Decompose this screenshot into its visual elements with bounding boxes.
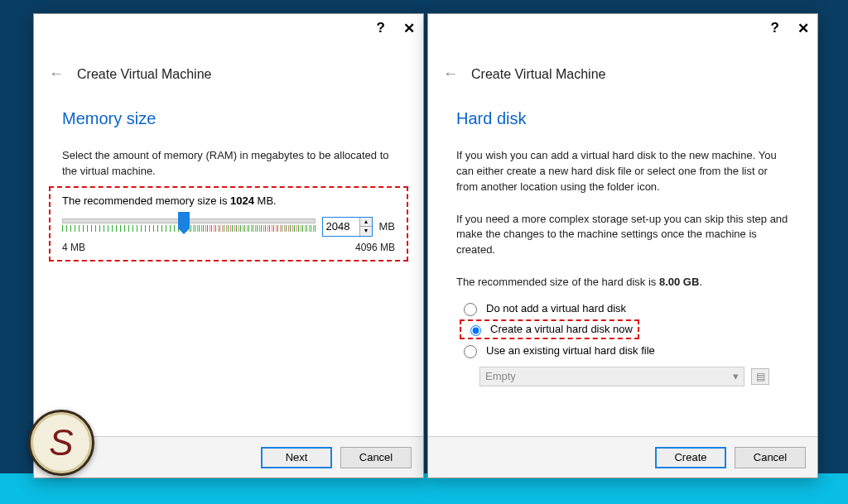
recommended-disk: The recommended size of the hard disk is… [428,262,817,294]
recommended-line: The recommended memory size is 1024 MB. [62,194,395,207]
wizard-title: Create Virtual Machine [471,67,605,82]
wizard-title: Create Virtual Machine [77,67,211,82]
spinner-up-icon[interactable]: ▴ [360,218,372,227]
memory-slider[interactable] [62,215,316,238]
wizard-header: ← Create Virtual Machine [428,42,817,91]
radio-existing-disk-input[interactable] [464,345,477,358]
help-icon[interactable]: ? [771,20,779,36]
close-icon[interactable]: ✕ [403,20,415,37]
memory-unit: MB [379,220,396,233]
para2: If you need a more complex storage set-u… [428,199,817,262]
para1: If you wish you can add a virtual hard d… [428,135,817,199]
close-icon[interactable]: ✕ [797,20,809,37]
memory-slider-row: ▴ ▾ MB [62,215,395,238]
rec-prefix: The recommended memory size is [62,194,230,207]
slider-thumb[interactable] [178,212,190,228]
memory-highlight: The recommended memory size is 1024 MB. … [49,186,408,262]
radio-create-disk-input[interactable] [470,325,481,336]
next-button[interactable]: Next [261,447,332,468]
back-arrow-icon[interactable]: ← [49,65,64,83]
radio-no-disk-label: Do not add a virtual hard disk [486,302,626,314]
section-title: Memory size [34,91,423,135]
radio-create-disk[interactable]: Create a virtual hard disk now [460,319,639,339]
radio-existing-disk-label: Use an existing virtual hard disk file [486,344,655,357]
existing-disk-dropdown[interactable]: Empty ▾ [479,367,744,386]
hard-disk-dialog: ? ✕ ← Create Virtual Machine Hard disk I… [427,13,818,478]
rec-suffix: . [699,276,702,288]
radio-no-disk-input[interactable] [464,303,477,316]
rec-prefix: The recommended size of the hard disk is [456,276,659,288]
existing-disk-row: Empty ▾ ▤ [479,367,794,386]
instruction-text: Select the amount of memory (RAM) in meg… [34,135,423,183]
memory-spinner[interactable]: ▴ ▾ [322,217,373,237]
rec-value: 8.00 GB [659,276,699,288]
memory-size-dialog: ? ✕ ← Create Virtual Machine Memory size… [33,13,424,478]
watermark-logo: S [28,410,94,476]
slider-max: 4096 MB [355,242,395,253]
help-icon[interactable]: ? [377,20,385,36]
existing-disk-value: Empty [485,370,516,382]
titlebar: ? ✕ [34,14,423,42]
chevron-down-icon: ▾ [733,370,739,382]
folder-icon[interactable]: ▤ [751,368,769,385]
slider-min: 4 MB [62,242,85,253]
back-arrow-icon[interactable]: ← [443,65,458,83]
radio-create-disk-label: Create a virtual hard disk now [490,323,633,335]
cancel-button[interactable]: Cancel [340,447,412,468]
titlebar: ? ✕ [428,14,817,42]
wizard-header: ← Create Virtual Machine [34,42,423,91]
rec-value: 1024 [230,194,254,207]
slider-range-labels: 4 MB 4096 MB [62,242,395,253]
radio-no-disk[interactable]: Do not add a virtual hard disk [451,297,794,319]
cancel-button[interactable]: Cancel [735,447,806,468]
section-title: Hard disk [428,91,817,135]
button-bar: Create Cancel [428,436,817,478]
radio-existing-disk[interactable]: Use an existing virtual hard disk file [451,339,794,362]
create-button[interactable]: Create [655,447,726,468]
spinner-down-icon[interactable]: ▾ [360,227,372,236]
memory-input[interactable] [323,218,359,236]
rec-suffix: MB. [254,194,277,207]
